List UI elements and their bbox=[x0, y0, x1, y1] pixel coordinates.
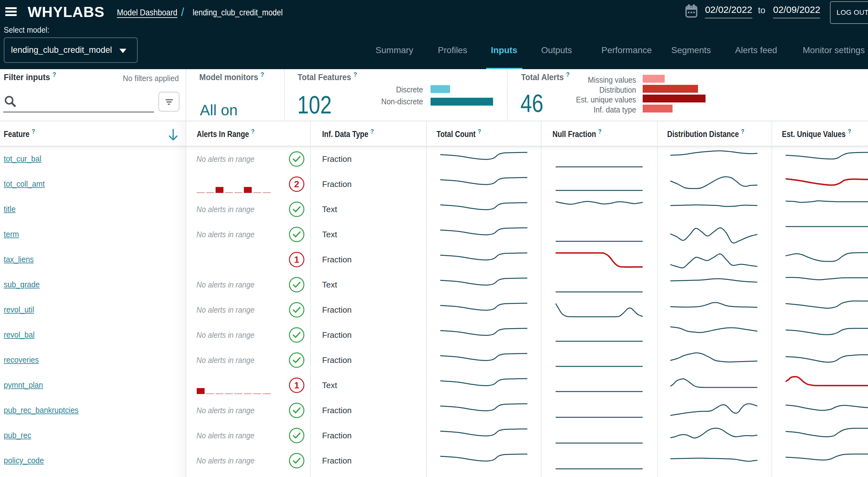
svg-text:1: 1 bbox=[294, 380, 299, 390]
svg-text:1: 1 bbox=[294, 255, 299, 264]
svg-text:2: 2 bbox=[294, 179, 299, 189]
